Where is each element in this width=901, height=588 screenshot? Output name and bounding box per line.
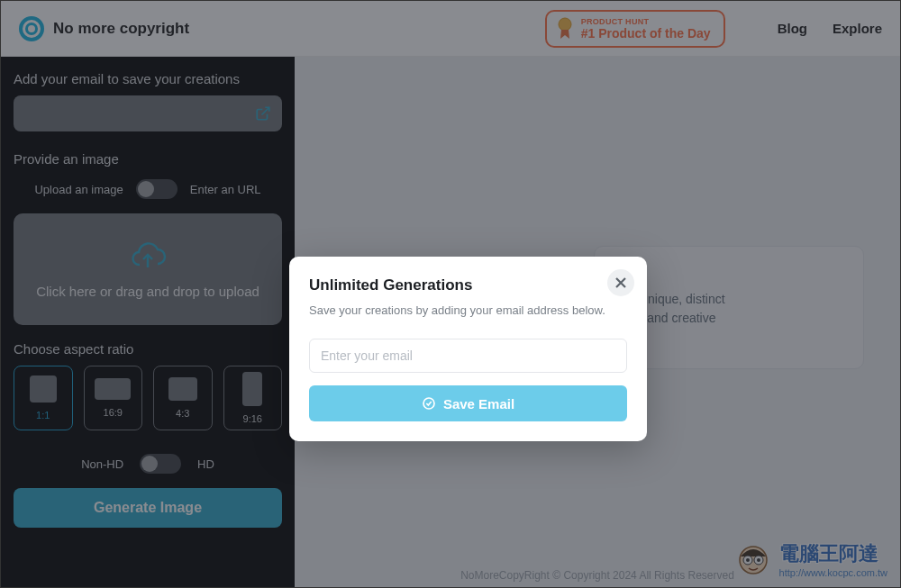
modal-title: Unlimited Generations — [309, 276, 627, 294]
check-circle-icon — [422, 396, 436, 411]
email-modal: Unlimited Generations Save your creation… — [289, 257, 647, 441]
close-button[interactable] — [607, 269, 634, 296]
email-input[interactable] — [309, 339, 627, 373]
close-icon — [614, 276, 627, 289]
save-email-label: Save Email — [443, 396, 514, 412]
save-email-button[interactable]: Save Email — [309, 385, 627, 421]
modal-subtitle: Save your creations by adding your email… — [309, 303, 627, 317]
